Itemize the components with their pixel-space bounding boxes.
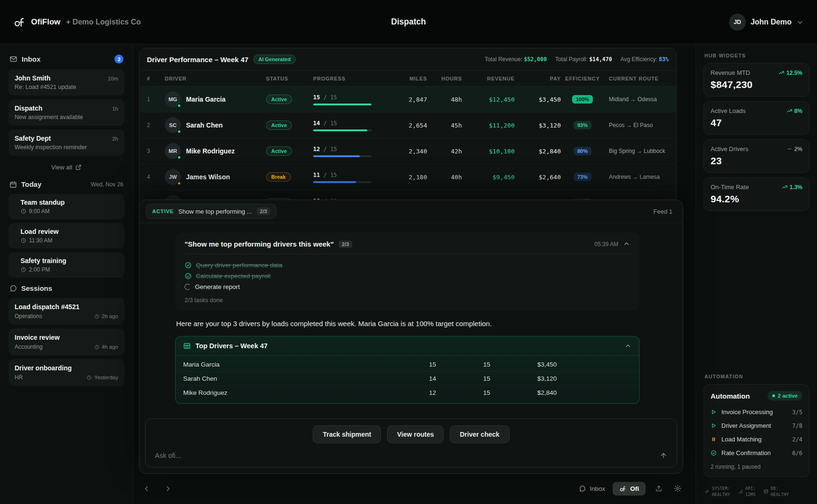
widget-on-time-rate[interactable]: On-Time Rate 1.3% 94.2% xyxy=(704,177,809,211)
miles-cell: 2,180 xyxy=(384,174,427,181)
pay-cell: $3,450 xyxy=(515,96,561,103)
session-item[interactable]: Driver onboarding HR Yesterday xyxy=(8,359,124,386)
ofi-toggle[interactable]: Ofi xyxy=(613,482,646,496)
widget-label: Active Loads xyxy=(711,107,745,114)
automation-item[interactable]: Driver Assignment 7/8 xyxy=(711,419,802,432)
event-time: 9:00 AM xyxy=(29,208,50,215)
session-title: Invoice review xyxy=(15,334,118,341)
top-bar: OfiFlow + Demo Logistics Co Dispatch JD … xyxy=(0,0,817,44)
event-color-bar xyxy=(14,228,16,244)
ofiflow-logo-icon xyxy=(619,485,626,492)
revenue-cell: $12,450 xyxy=(462,96,515,103)
ai-generated-badge: AI Generated xyxy=(253,55,296,64)
inbox-section-header: Inbox 3 xyxy=(9,55,123,64)
event-item[interactable]: Safety training 2:00 PM xyxy=(8,252,124,278)
inbox-item-time: 2h xyxy=(112,136,118,142)
automation-item[interactable]: Rate Confirmation 6/6 xyxy=(711,446,802,460)
forward-button[interactable] xyxy=(162,483,174,495)
widget-active-drivers[interactable]: Active Drivers 2% 23 xyxy=(704,139,809,173)
ofi-assistant-panel: ACTIVE Show me top performing ... 2/3 Fe… xyxy=(139,200,683,474)
gear-icon xyxy=(674,485,681,492)
inbox-item-time: 1h xyxy=(112,106,118,112)
result-pay: $2,840 xyxy=(537,389,631,396)
summary-value: $14,470 xyxy=(589,56,612,63)
share-icon xyxy=(655,485,663,492)
pay-cell: $2,640 xyxy=(515,174,561,181)
event-item[interactable]: Team standup 9:00 AM xyxy=(8,194,124,219)
quick-action-driver-check[interactable]: Driver check xyxy=(450,425,509,443)
inbox-item-time: 10m xyxy=(108,76,118,81)
col-pay: PAY xyxy=(515,76,561,81)
inbox-item-from: John Smith xyxy=(15,74,108,82)
bottom-toolbar: Inbox Ofi xyxy=(141,479,683,498)
user-avatar: JD xyxy=(729,14,746,31)
widget-revenue-mtd[interactable]: Revenue MTD 12.5% $847,230 xyxy=(704,63,809,96)
active-label: ACTIVE xyxy=(152,208,174,214)
driver-row[interactable]: 1 MG Maria Garcia Active 1515 2,847 48h … xyxy=(139,87,676,112)
efficiency-badge: 93% xyxy=(574,121,591,129)
driver-row[interactable]: 2 SC Sarah Chen Active 1415 2,654 45h $1… xyxy=(139,112,676,138)
back-button[interactable] xyxy=(141,483,153,495)
automation-item[interactable]: Load Matching 2/4 xyxy=(711,432,802,446)
driver-row[interactable]: 3 MR Mike Rodriguez Active 1215 2,340 42… xyxy=(139,138,676,164)
trend-up-icon xyxy=(782,184,788,190)
quick-action-view-routes[interactable]: View routes xyxy=(387,425,444,443)
system-status-bar: SYSTEM: HEALTHY API: 12MS DB: HEALTHY xyxy=(704,483,809,499)
brand-area: OfiFlow + Demo Logistics Co xyxy=(13,16,141,28)
result-row: Mike Rodriguez 12 15 $2,840 xyxy=(176,385,639,400)
status-dot xyxy=(177,181,181,185)
quick-action-track-shipment[interactable]: Track shipment xyxy=(313,425,381,443)
inbox-unread-badge: 3 xyxy=(114,55,123,64)
collapse-icon[interactable] xyxy=(624,343,631,350)
status-dot xyxy=(177,104,181,108)
result-row: Sarah Chen 14 15 $3,120 xyxy=(176,371,639,385)
active-task-pill[interactable]: ACTIVE Show me top performing ... 2/3 xyxy=(146,204,276,219)
settings-button[interactable] xyxy=(672,483,683,494)
automation-header: AUTOMATION xyxy=(704,374,809,379)
session-item[interactable]: Load dispatch #4521 Operations 2h ago xyxy=(8,298,124,325)
widget-delta: 1.3% xyxy=(782,184,802,191)
revenue-cell: $9,450 xyxy=(462,174,515,181)
event-color-bar xyxy=(14,257,16,273)
driver-avatar: MG xyxy=(165,91,181,107)
share-button[interactable] xyxy=(653,483,664,494)
tasks-progress-text: 2/3 tasks done xyxy=(185,297,630,304)
driver-avatar: SC xyxy=(165,117,181,133)
inbox-item[interactable]: Dispatch 1h New assignment available xyxy=(8,99,124,126)
event-time: 2:00 PM xyxy=(29,266,50,273)
right-sidebar: HUB WIDGETS Revenue MTD 12.5% $847,230 A… xyxy=(696,44,817,504)
automation-footer: 2 running, 1 paused xyxy=(711,464,802,470)
session-item[interactable]: Invoice review Accounting 4h ago xyxy=(8,328,124,355)
inbox-item-subject: Re: Load #4521 update xyxy=(15,84,118,90)
driver-name: Mike Rodriguez xyxy=(186,147,235,155)
session-time: 2h ago xyxy=(102,313,118,319)
col-route: CURRENT ROUTE xyxy=(604,76,669,81)
result-target: 15 xyxy=(483,361,537,368)
inbox-toggle[interactable]: Inbox xyxy=(579,485,605,492)
hours-cell: 48h xyxy=(427,96,462,103)
inbox-item[interactable]: John Smith 10m Re: Load #4521 update xyxy=(8,69,124,96)
play-icon xyxy=(711,409,717,415)
event-item[interactable]: Load review 11:30 AM xyxy=(8,223,124,248)
view-all-link[interactable]: View all xyxy=(8,160,124,177)
ofi-toggle-label: Ofi xyxy=(630,485,639,492)
widget-active-loads[interactable]: Active Loads 8% 47 xyxy=(704,101,809,135)
check-circle-icon xyxy=(185,272,192,280)
event-time: 11:30 AM xyxy=(29,237,53,244)
send-button[interactable] xyxy=(658,450,669,461)
collapse-icon[interactable] xyxy=(623,240,630,248)
driver-name: Sarah Chen xyxy=(186,121,223,129)
route-cell: Andrews → Lamesa xyxy=(604,174,669,180)
col-num: # xyxy=(147,76,165,81)
user-menu[interactable]: JD John Demo xyxy=(729,14,804,31)
ask-ofi-input[interactable] xyxy=(155,452,653,459)
automation-item[interactable]: Invoice Processing 3/5 xyxy=(711,405,802,419)
result-target: 15 xyxy=(483,389,537,396)
automation-active-badge: 2 active xyxy=(768,391,802,400)
driver-avatar: JW xyxy=(165,169,181,185)
feed-toggle[interactable]: Feed 1 xyxy=(654,208,676,215)
driver-row[interactable]: 4 JW James Wilson Break 1115 2,180 40h $… xyxy=(139,164,676,190)
pause-icon xyxy=(711,436,717,442)
clock-icon xyxy=(94,344,99,350)
inbox-item[interactable]: Safety Dept 2h Weekly inspection reminde… xyxy=(8,129,124,156)
